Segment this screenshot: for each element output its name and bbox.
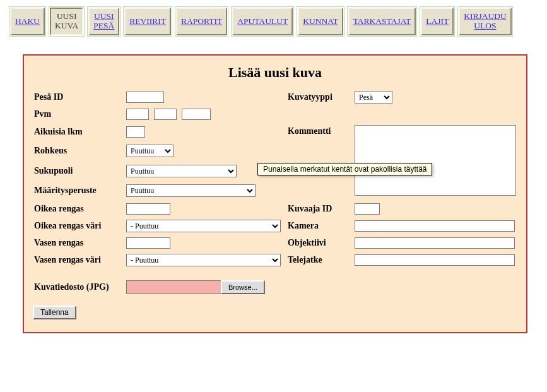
select-vasen-rengas-vari[interactable]: - Puuttuu bbox=[126, 254, 281, 266]
label-pesa-id: Pesä ID bbox=[34, 92, 122, 102]
label-maaritysperuste: Määritysperuste bbox=[34, 186, 122, 196]
label-vasen-rengas: Vasen rengas bbox=[34, 238, 122, 248]
label-kamera: Kamera bbox=[288, 221, 351, 231]
input-kamera[interactable] bbox=[355, 220, 515, 232]
label-sukupuoli: Sukupuoli bbox=[34, 166, 122, 176]
input-vasen-rengas[interactable] bbox=[126, 237, 170, 249]
label-objektiivi: Objektiivi bbox=[288, 238, 351, 248]
input-kuvatiedosto-path[interactable] bbox=[126, 280, 221, 294]
nav-item-uusi-kuva[interactable]: UUSI KUVA bbox=[50, 8, 83, 35]
nav-item-haku-wrap: HAKU bbox=[9, 6, 46, 37]
cell-oikea-rengas-vari: - Puuttuu bbox=[126, 220, 284, 232]
nav-item-lajit[interactable]: LAJIT bbox=[421, 8, 454, 35]
select-rohkeus[interactable]: Puuttuu bbox=[126, 145, 174, 157]
page-title: Lisää uusi kuva bbox=[34, 64, 516, 81]
input-kuvaaja-id[interactable] bbox=[355, 203, 380, 215]
form-grid: Pesä ID Kuvatyyppi Pesä Pvm Aikuisia lkm… bbox=[34, 91, 516, 294]
label-aikuisia: Aikuisia lkm bbox=[34, 127, 122, 137]
nav-item-raportit[interactable]: RAPORTIT bbox=[176, 8, 227, 35]
cell-kuvaaja-id bbox=[355, 203, 516, 215]
select-oikea-rengas-vari[interactable]: - Puuttuu bbox=[126, 220, 281, 232]
browse-button[interactable]: Browse... bbox=[221, 280, 265, 294]
cell-kuvatiedosto: Browse... bbox=[126, 280, 516, 294]
textarea-kommentti[interactable] bbox=[355, 125, 516, 196]
nav-item-haku[interactable]: HAKU bbox=[10, 8, 45, 35]
input-oikea-rengas[interactable] bbox=[126, 203, 170, 215]
label-kommentti: Kommentti bbox=[288, 125, 351, 136]
cell-vasen-rengas bbox=[126, 237, 284, 249]
label-oikea-rengas-vari: Oikea rengas väri bbox=[34, 221, 122, 231]
label-rohkeus: Rohkeus bbox=[34, 146, 122, 156]
nav-item-reviirit-wrap: REVIIRIT bbox=[123, 6, 172, 37]
nav-item-uusi-pesa-wrap: UUSI PESÄ bbox=[87, 6, 121, 37]
cell-pesa-id bbox=[126, 92, 284, 103]
cell-kommentti bbox=[355, 125, 516, 198]
nav-item-kirjaudu-ulos[interactable]: KIRJAUDU ULOS bbox=[459, 8, 512, 35]
cell-telejatke bbox=[355, 254, 516, 266]
label-kuvatiedosto: Kuvatiedosto (JPG) bbox=[34, 282, 122, 292]
label-oikea-rengas: Oikea rengas bbox=[34, 204, 122, 214]
top-nav: HAKU UUSI KUVA UUSI PESÄ REVIIRIT RAPORT… bbox=[0, 0, 547, 37]
nav-item-aputaulut[interactable]: APUTAULUT bbox=[232, 8, 293, 35]
input-pvm-year[interactable] bbox=[182, 109, 211, 120]
nav-item-tarkastajat[interactable]: TARKASTAJAT bbox=[348, 8, 416, 35]
form-panel: Lisää uusi kuva Pesä ID Kuvatyyppi Pesä … bbox=[23, 54, 527, 333]
cell-pvm bbox=[126, 109, 284, 120]
cell-vasen-rengas-vari: - Puuttuu bbox=[126, 254, 284, 266]
label-telejatke: Telejatke bbox=[288, 255, 351, 265]
select-maaritysperuste[interactable]: Puuttuu bbox=[126, 184, 256, 197]
nav-item-uusi-kuva-wrap: UUSI KUVA bbox=[49, 6, 85, 37]
select-sukupuoli[interactable]: Puuttuu bbox=[126, 165, 237, 177]
input-pesa-id[interactable] bbox=[126, 92, 164, 103]
save-button[interactable]: Tallenna bbox=[33, 306, 76, 319]
cell-oikea-rengas bbox=[126, 203, 284, 215]
select-kuvatyyppi[interactable]: Pesä bbox=[355, 91, 392, 104]
input-pvm-day[interactable] bbox=[126, 109, 149, 120]
label-kuvatyyppi: Kuvatyyppi bbox=[288, 92, 351, 102]
nav-item-reviirit[interactable]: REVIIRIT bbox=[124, 8, 171, 35]
cell-aikuisia bbox=[126, 126, 284, 138]
input-aikuisia[interactable] bbox=[126, 126, 145, 138]
cell-objektiivi bbox=[355, 237, 516, 249]
nav-item-raportit-wrap: RAPORTIT bbox=[175, 6, 228, 37]
nav-item-aputaulut-wrap: APUTAULUT bbox=[231, 6, 294, 37]
input-telejatke[interactable] bbox=[355, 254, 515, 266]
cell-rohkeus: Puuttuu bbox=[126, 145, 284, 157]
nav-item-tarkastajat-wrap: TARKASTAJAT bbox=[347, 6, 418, 37]
input-objektiivi[interactable] bbox=[355, 237, 515, 249]
cell-kamera bbox=[355, 220, 516, 232]
label-pvm: Pvm bbox=[34, 109, 122, 119]
nav-item-kirjaudu-ulos-wrap: KIRJAUDU ULOS bbox=[457, 6, 513, 37]
label-vasen-rengas-vari: Vasen rengas väri bbox=[34, 255, 122, 265]
label-kuvaaja-id: Kuvaaja ID bbox=[288, 204, 351, 214]
nav-item-kunnat[interactable]: KUNNAT bbox=[298, 8, 343, 35]
input-pvm-month[interactable] bbox=[154, 109, 177, 120]
nav-item-lajit-wrap: LAJIT bbox=[420, 6, 455, 37]
cell-maaritysperuste: Puuttuu bbox=[126, 184, 284, 197]
required-fields-tooltip: Punaisella merkatut kentät ovat pakollis… bbox=[257, 163, 432, 175]
nav-item-kunnat-wrap: KUNNAT bbox=[297, 6, 344, 37]
nav-item-uusi-pesa[interactable]: UUSI PESÄ bbox=[88, 8, 119, 35]
cell-kuvatyyppi: Pesä bbox=[355, 91, 516, 104]
